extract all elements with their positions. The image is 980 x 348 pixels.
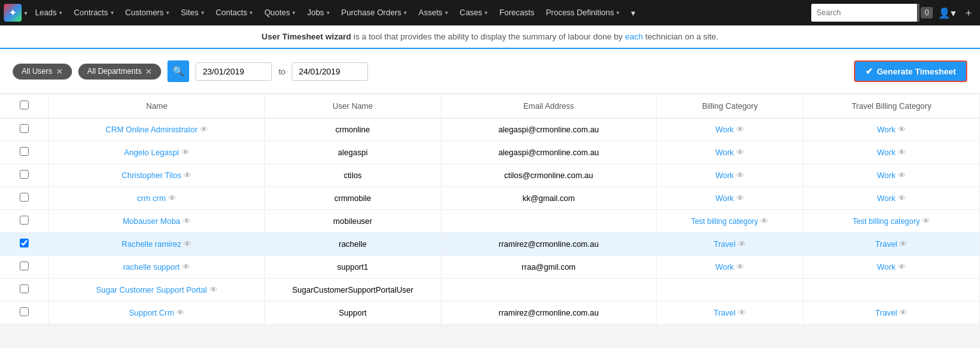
row-billing-value[interactable]: Work [715, 263, 734, 272]
row-travel-billing-eye-icon[interactable]: 👁 [895, 193, 906, 203]
row-travel-billing-value[interactable]: Work [877, 148, 895, 157]
row-billing-value[interactable]: Travel [714, 240, 735, 249]
nav-quotes[interactable]: Quotes ▾ [259, 0, 301, 25]
row-name-eye-icon[interactable]: 👁 [181, 239, 192, 249]
row-name-link[interactable]: Christopher Tilos [122, 171, 181, 180]
row-name-link[interactable]: Mobauser Moba [123, 217, 180, 226]
nav-more[interactable]: ▾ [626, 0, 641, 25]
nav-customers[interactable]: Customers ▾ [120, 0, 174, 25]
row-checkbox[interactable] [20, 216, 29, 225]
select-all-checkbox[interactable] [20, 101, 29, 109]
row-name-link[interactable]: Angelo Legaspi [124, 148, 179, 157]
row-billing-value[interactable]: Work [715, 125, 734, 134]
row-billing-value[interactable]: Travel [714, 309, 735, 317]
date-from-input[interactable] [195, 62, 272, 81]
row-name-link[interactable]: crm crm [137, 194, 166, 203]
row-travel-billing-value[interactable]: Test billing category [853, 217, 920, 226]
search-button[interactable]: 🔍 [917, 4, 920, 22]
row-travel-billing-eye-icon[interactable]: 👁 [897, 239, 908, 249]
logo-dropdown-arrow[interactable]: ▾ [23, 10, 29, 17]
row-name-eye-icon[interactable]: 👁 [179, 148, 190, 157]
row-name-eye-icon[interactable]: 👁 [180, 262, 190, 272]
nav-cases[interactable]: Cases ▾ [455, 0, 493, 25]
row-travel-billing-eye-icon[interactable]: 👁 [895, 125, 906, 134]
row-travel-billing-value[interactable]: Travel [876, 240, 897, 249]
row-checkbox[interactable] [20, 124, 29, 133]
departments-filter-clear[interactable]: ✕ [145, 67, 152, 76]
row-checkbox[interactable] [20, 147, 29, 156]
row-name-eye-icon[interactable]: 👁 [180, 216, 191, 226]
nav-purchase-orders[interactable]: Purchase Orders ▾ [336, 0, 412, 25]
row-billing-eye-icon[interactable]: 👁 [734, 193, 744, 203]
row-travel-billing-cell [804, 279, 980, 302]
row-name-eye-icon[interactable]: 👁 [181, 171, 192, 180]
row-email-cell [441, 279, 656, 302]
info-text-2: technician on a site. [645, 32, 718, 41]
row-travel-billing-cell: Work 👁 [804, 141, 980, 164]
row-billing-value[interactable]: Work [715, 148, 734, 157]
nav-jobs[interactable]: Jobs ▾ [302, 0, 334, 25]
row-checkbox[interactable] [20, 239, 29, 247]
row-billing-eye-icon[interactable]: 👁 [734, 148, 744, 157]
row-name-link[interactable]: Support Crm [129, 309, 174, 317]
row-billing-eye-icon[interactable]: 👁 [734, 262, 744, 272]
row-billing-eye-icon[interactable]: 👁 [734, 125, 744, 134]
row-name-link[interactable]: CRM Online Administrator [106, 125, 198, 134]
row-billing-eye-icon[interactable]: 👁 [734, 171, 744, 180]
row-billing-eye-icon[interactable]: 👁 [735, 308, 746, 317]
nav-contacts[interactable]: Contacts ▾ [211, 0, 258, 25]
row-checkbox[interactable] [20, 170, 29, 179]
row-billing-cell: Work 👁 [657, 118, 804, 141]
nav-process-definitions[interactable]: Process Definitions ▾ [541, 0, 625, 25]
row-name-eye-icon[interactable]: 👁 [197, 125, 208, 134]
nav-forecasts[interactable]: Forecasts [494, 0, 539, 25]
row-travel-billing-value[interactable]: Work [877, 171, 895, 180]
row-billing-value[interactable]: Work [715, 194, 734, 203]
row-travel-billing-cell: Travel 👁 [804, 302, 980, 324]
row-checkbox[interactable] [20, 193, 29, 202]
row-travel-billing-eye-icon[interactable]: 👁 [895, 262, 906, 272]
row-travel-billing-value[interactable]: Travel [876, 309, 897, 317]
row-billing-value[interactable]: Test billing category [691, 217, 758, 226]
search-input[interactable] [811, 4, 917, 22]
row-travel-billing-eye-icon[interactable]: 👁 [895, 148, 906, 157]
row-travel-billing-eye-icon[interactable]: 👁 [897, 308, 908, 317]
row-email-cell [441, 210, 656, 233]
date-to-input[interactable] [292, 62, 368, 81]
row-name-eye-icon[interactable]: 👁 [166, 193, 176, 203]
row-name-link[interactable]: Rachelle ramirez [122, 240, 181, 249]
row-billing-eye-icon[interactable]: 👁 [735, 239, 746, 249]
row-checkbox[interactable] [20, 261, 29, 270]
table-body: CRM Online Administrator 👁crmonlinealega… [0, 118, 980, 324]
nav-leads[interactable]: Leads ▾ [30, 0, 67, 25]
generate-timesheet-button[interactable]: ✔ Generate Timesheet [854, 60, 967, 82]
nav-contracts[interactable]: Contracts ▾ [69, 0, 119, 25]
users-filter-clear[interactable]: ✕ [56, 67, 63, 76]
notification-badge[interactable]: 0 [921, 7, 933, 18]
table-row: CRM Online Administrator 👁crmonlinealega… [0, 118, 980, 141]
row-travel-billing-value[interactable]: Work [877, 263, 895, 272]
row-checkbox[interactable] [20, 284, 29, 293]
row-travel-billing-eye-icon[interactable]: 👁 [895, 171, 906, 180]
row-travel-billing-eye-icon[interactable]: 👁 [920, 216, 930, 226]
departments-filter-tag[interactable]: All Departments ✕ [78, 64, 161, 80]
row-travel-billing-value[interactable]: Work [877, 125, 895, 134]
row-name-eye-icon[interactable]: 👁 [207, 285, 218, 295]
users-filter-tag[interactable]: All Users ✕ [13, 64, 72, 80]
nav-assets[interactable]: Assets ▾ [413, 0, 453, 25]
row-name-link[interactable]: Sugar Customer Support Portal [96, 286, 207, 295]
table-header-row: Name User Name Email Address Billing Cat… [0, 94, 980, 118]
more-icon: ▾ [631, 8, 636, 18]
row-billing-value[interactable]: Work [715, 171, 734, 180]
row-username-cell: Support [264, 302, 441, 324]
row-name-eye-icon[interactable]: 👁 [174, 308, 185, 317]
row-name-link[interactable]: rachelle support [123, 263, 180, 272]
row-billing-eye-icon[interactable]: 👁 [758, 216, 769, 226]
user-menu-icon[interactable]: 👤▾ [935, 7, 958, 19]
nav-sites[interactable]: Sites ▾ [176, 0, 209, 25]
add-icon[interactable]: ＋ [961, 6, 976, 20]
row-travel-billing-value[interactable]: Work [877, 194, 895, 203]
filter-search-button[interactable]: 🔍 [167, 60, 189, 82]
app-logo[interactable]: ✦ [4, 4, 22, 22]
row-checkbox[interactable] [20, 307, 29, 316]
